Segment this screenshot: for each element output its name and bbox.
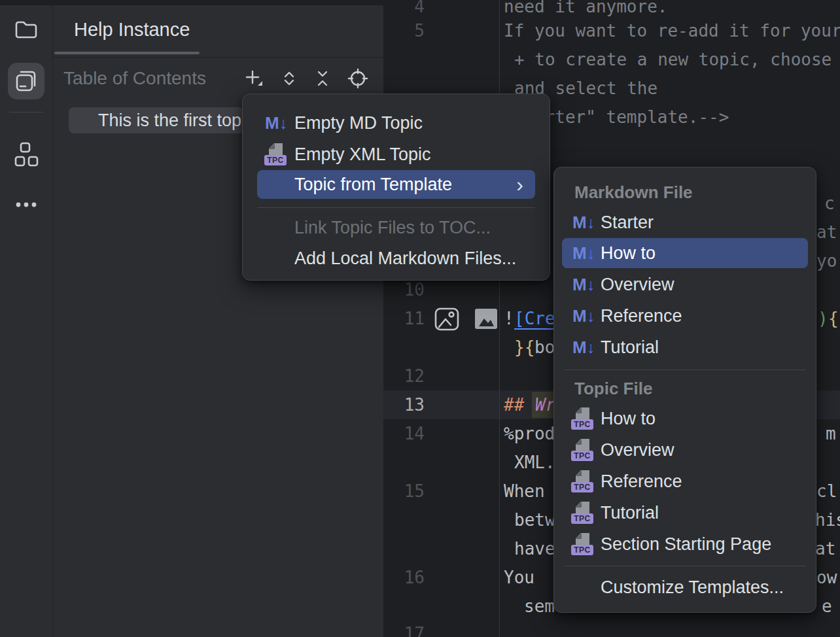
locate-current-file-button[interactable]: [347, 68, 368, 89]
submenu-item-md-how-to[interactable]: M↓ How to: [562, 238, 808, 268]
markdown-file-icon: M↓: [265, 107, 292, 141]
submenu-arrow-icon: ›: [516, 170, 523, 199]
code-segment: have: [514, 534, 555, 563]
topics-tool-button[interactable]: [8, 63, 44, 99]
code-segment: Wr: [535, 390, 555, 419]
structure-tool-button[interactable]: [8, 136, 44, 173]
submenu-item-label: Reference: [601, 301, 682, 331]
submenu-item-label: Customize Templates...: [601, 572, 784, 602]
menu-separator: [565, 370, 805, 370]
line-number: 12: [383, 362, 425, 390]
active-tab-indicator: [54, 52, 200, 54]
collapse-all-icon: [312, 68, 333, 89]
menu-item-label: Topic from Template: [294, 170, 452, 199]
code-segment: When: [504, 477, 545, 506]
code-segment: betw: [514, 506, 555, 534]
code-segment: {: [828, 304, 839, 333]
topic-file-icon: TPC: [571, 501, 593, 525]
markdown-file-icon: M↓: [572, 332, 600, 365]
submenu-item-label: Tutorial: [601, 332, 659, 362]
submenu-item-md-starter[interactable]: M↓ Starter: [554, 207, 816, 237]
submenu-item-label: How to: [601, 238, 656, 268]
submenu-item-topic-overview[interactable]: TPC Overview: [554, 435, 816, 465]
code-segment: XML.: [514, 448, 555, 477]
code-segment: ow: [816, 563, 837, 592]
menu-item-empty-md-topic[interactable]: M↓ Empty MD Topic: [243, 107, 550, 139]
code-segment: [Cre: [514, 304, 555, 333]
line-number: 11: [383, 304, 425, 333]
menu-item-add-local-markdown[interactable]: Add Local Markdown Files...: [243, 243, 550, 274]
markdown-file-icon: M↓: [572, 238, 600, 271]
more-tool-windows-button[interactable]: [8, 186, 44, 223]
submenu-item-label: Overview: [601, 269, 674, 300]
code-segment: cl: [816, 477, 837, 506]
panel-tab-help-instance[interactable]: Help Instance: [74, 19, 190, 41]
add-topic-context-menu: M↓ Empty MD Topic TPC Empty XML Topic To…: [242, 94, 550, 281]
topic-file-icon: TPC: [571, 532, 593, 556]
menu-item-label: Empty MD Topic: [294, 107, 423, 139]
code-segment: sem: [524, 592, 555, 621]
topics-icon: [13, 68, 39, 94]
tool-window-stripe: [0, 5, 52, 637]
add-icon: [243, 68, 264, 89]
stripe-separator: [9, 112, 43, 112]
expand-all-button[interactable]: [279, 68, 300, 89]
line-number: 15: [383, 477, 425, 506]
more-icon: [13, 192, 39, 218]
line-number: 14: [383, 419, 425, 448]
collapse-all-button[interactable]: [312, 68, 333, 89]
code-segment: at: [816, 218, 837, 247]
submenu-item-label: Tutorial: [601, 498, 659, 528]
toc-item-first-topic[interactable]: This is the first top: [69, 107, 244, 133]
submenu-item-md-tutorial[interactable]: M↓ Tutorial: [554, 332, 816, 362]
submenu-item-topic-reference[interactable]: TPC Reference: [554, 466, 816, 496]
submenu-item-md-reference[interactable]: M↓ Reference: [554, 301, 816, 331]
structure-icon: [13, 141, 39, 167]
menu-separator: [565, 566, 805, 566]
code-segment: !: [504, 304, 514, 333]
code-segment: If you want to re-add it for your: [504, 16, 840, 45]
toc-panel-title: Table of Contents: [63, 68, 206, 89]
line-number: 5: [383, 16, 425, 45]
project-tool-button[interactable]: [8, 11, 44, 48]
code-segment: bo: [534, 333, 555, 362]
code-segment: e: [822, 592, 832, 621]
image-file-icon[interactable]: [475, 309, 497, 329]
markdown-file-icon: M↓: [572, 269, 600, 302]
add-topic-button[interactable]: [243, 68, 264, 89]
submenu-item-md-overview[interactable]: M↓ Overview: [554, 269, 816, 300]
code-segment: ##: [504, 390, 524, 419]
submenu-section-header: Topic File: [574, 373, 652, 404]
menu-item-label: Empty XML Topic: [294, 139, 431, 170]
submenu-item-label: Reference: [601, 466, 682, 496]
submenu-item-customize-templates[interactable]: Customize Templates...: [554, 572, 816, 602]
folder-icon: [13, 16, 39, 43]
topic-file-icon: TPC: [571, 438, 593, 462]
code-segment: + to create a new topic, choose t: [514, 45, 840, 74]
menu-item-label: Link Topic Files to TOC...: [294, 213, 491, 243]
code-segment: at: [815, 534, 835, 563]
menu-item-empty-xml-topic[interactable]: TPC Empty XML Topic: [243, 139, 550, 170]
submenu-item-topic-section-starting-page[interactable]: TPC Section Starting Page: [554, 529, 816, 559]
locate-icon: [347, 68, 368, 89]
submenu-item-label: Starter: [601, 207, 654, 237]
menu-item-label: Add Local Markdown Files...: [294, 243, 516, 274]
submenu-item-label: Overview: [601, 435, 674, 465]
code-segment: yo: [816, 247, 837, 275]
submenu-item-topic-how-to[interactable]: TPC How to: [554, 404, 816, 434]
topic-file-icon: TPC: [571, 470, 593, 493]
code-segment: ): [818, 304, 828, 333]
header-divider: [53, 57, 383, 58]
toc-item-label: This is the first top: [69, 107, 244, 133]
topic-file-icon: TPC: [571, 407, 593, 430]
menu-separator: [257, 207, 535, 208]
topic-template-submenu: Markdown File M↓ Starter M↓ How to M↓ Ov…: [553, 167, 816, 613]
submenu-item-topic-tutorial[interactable]: TPC Tutorial: [554, 498, 816, 528]
expand-all-icon: [279, 68, 300, 89]
image-preview-icon[interactable]: [434, 307, 460, 332]
code-segment: %prod: [504, 419, 555, 448]
menu-item-topic-from-template[interactable]: Topic from Template ›: [257, 170, 535, 199]
line-number: 16: [383, 563, 425, 592]
code-segment: m: [826, 419, 836, 448]
menu-item-link-topic-files: Link Topic Files to TOC...: [243, 213, 550, 243]
